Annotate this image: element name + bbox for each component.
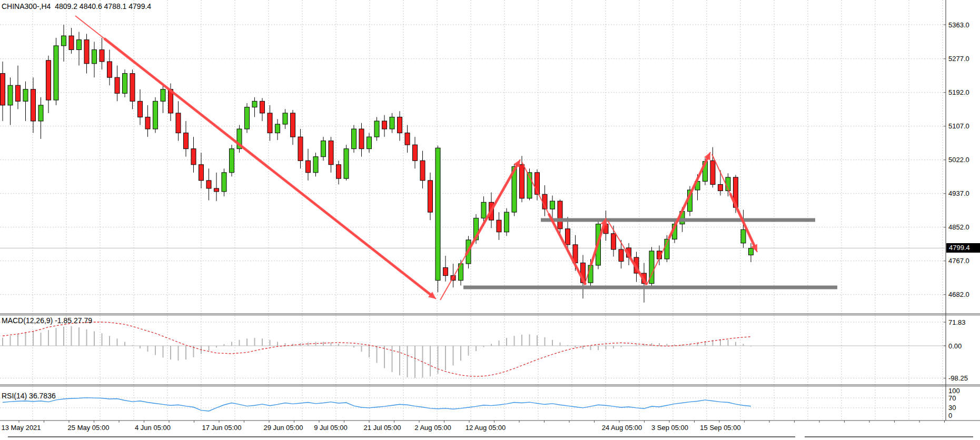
bear-candle [710,161,715,184]
bear-candle [176,113,181,133]
macd-axis-label: 71.83 [948,318,966,326]
bull-candle [161,89,165,102]
bull-candle [54,46,58,100]
price-axis-label: 5107.0 [948,122,969,130]
time-axis-label: 15 Sep 05:00 [700,424,740,432]
bull-candle [550,201,555,209]
price-axis-label: 5277.0 [948,55,969,63]
bull-candle [741,229,746,243]
bear-candle [718,184,723,191]
bull-candle [8,85,13,105]
price-axis-label: 4682.0 [948,291,969,298]
rsi-axis-label: 30 [948,404,956,412]
bear-candle [398,117,402,133]
time-axis-label: 21 Jul 05:00 [364,424,401,432]
time-axis-label: 2 Aug 05:00 [414,424,451,432]
time-axis-label: 25 May 05:00 [68,424,110,432]
bull-candle [153,101,158,129]
bear-candle [115,77,120,93]
bear-candle [420,161,425,181]
bear-candle [619,249,623,262]
price-axis-label: 4852.0 [948,223,969,231]
bear-candle [46,61,51,100]
bull-candle [504,212,509,232]
time-axis-label: 4 Jun 05:00 [135,424,171,432]
bull-candle [62,36,66,46]
bull-candle [38,105,43,121]
bear-candle [107,62,112,77]
bull-candle [252,101,257,107]
bull-candle [588,265,593,283]
chart-svg: 5363.05277.05192.05107.05022.04937.04852… [0,0,980,440]
bear-candle [336,165,341,178]
bull-candle [367,137,372,149]
time-axis-label: 9 Jul 05:00 [314,424,348,432]
chart-canvas[interactable]: 5363.05277.05192.05107.05022.04937.04852… [0,0,980,440]
bull-candle [123,74,127,94]
rsi-indicator-label: RSI(14) 36.7836 [2,392,56,400]
bear-candle [16,85,21,101]
bear-candle [428,181,433,212]
bull-candle [92,49,97,63]
rsi-axis-label: 100 [948,387,960,395]
bull-candle [749,248,754,255]
bear-candle [1,74,5,105]
bear-candle [199,165,204,181]
bear-candle [100,49,104,62]
bear-candle [145,117,150,129]
bear-candle [260,101,265,113]
bear-candle [405,133,410,145]
time-axis-label: 17 Jun 05:00 [202,424,241,432]
bear-candle [558,201,562,229]
bear-candle [184,133,189,149]
bear-candle [443,268,448,276]
bull-candle [230,149,234,173]
bear-candle [69,36,74,49]
bull-candle [344,149,349,178]
time-axis-label: 12 Aug 05:00 [466,424,506,432]
bull-candle [275,124,280,133]
chart-title-ohlc: CHINA300-,H4 4809.2 4840.6 4788.1 4799.4 [2,2,151,11]
time-axis-label: 24 Aug 05:00 [602,424,642,432]
time-axis-label: 13 May 2021 [1,424,41,432]
bull-candle [390,117,394,129]
macd-indicator-label: MACD(12,26,9) -1.85 27.79 [2,316,92,325]
bear-candle [520,165,524,198]
bear-candle [31,89,36,121]
bear-candle [413,145,418,161]
bear-candle [138,101,143,117]
bull-candle [321,141,326,157]
time-axis-label: 29 Jun 05:00 [263,424,303,432]
current-price-tag: 4799.4 [946,243,980,253]
bear-candle [268,113,272,133]
macd-axis-label: -98.25 [948,374,968,382]
bear-candle [306,161,311,173]
price-axis-label: 5022.0 [948,156,969,164]
bull-candle [313,157,318,173]
time-axis-label: 3 Sep 05:00 [651,424,688,432]
bear-candle [191,149,196,165]
rsi-axis-label: 0 [948,412,952,419]
bull-candle [222,173,226,192]
bull-candle [481,202,486,218]
bear-candle [382,121,387,129]
bear-candle [497,220,501,232]
price-axis-label: 5363.0 [948,21,969,29]
bull-candle [352,129,357,149]
bear-candle [298,137,303,161]
price-axis-label: 4937.0 [948,189,969,197]
bear-candle [214,188,219,192]
bull-candle [435,148,440,280]
bull-candle [283,113,288,124]
bear-candle [206,181,211,188]
price-axis-label: 4767.0 [948,257,969,265]
bull-candle [245,107,250,129]
bear-candle [84,40,89,64]
bear-candle [130,74,135,102]
bear-candle [566,229,570,245]
bull-candle [23,89,28,102]
mt4-chart-window: 5363.05277.05192.05107.05022.04937.04852… [0,0,980,440]
bull-candle [77,40,82,50]
bear-candle [359,129,364,149]
bull-candle [374,121,379,137]
